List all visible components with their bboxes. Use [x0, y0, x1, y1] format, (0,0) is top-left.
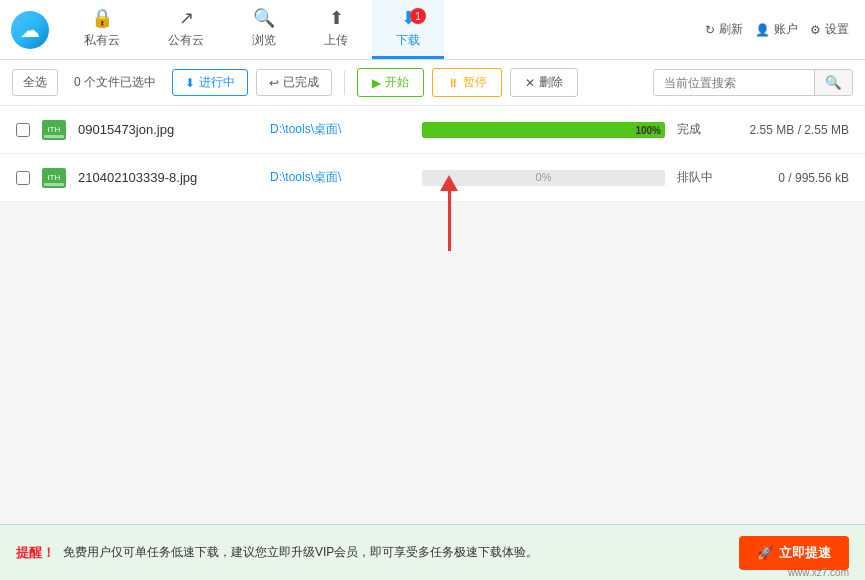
- cloud-icon: ☁: [20, 18, 40, 42]
- search-box: 🔍: [653, 69, 853, 96]
- delete-icon: ✕: [525, 76, 535, 90]
- start-button[interactable]: ▶ 开始: [357, 68, 424, 97]
- banner-warning: 提醒！: [16, 544, 55, 562]
- refresh-button[interactable]: ↻ 刷新: [705, 21, 743, 38]
- nav-tabs: 🔒 私有云 ↗ 公有云 🔍 浏览 ⬆ 上传 ⬇ 1 下载: [60, 0, 689, 59]
- item-path-2[interactable]: D:\tools\桌面\: [270, 169, 410, 186]
- tab-upload-label: 上传: [324, 32, 348, 49]
- table-row: iTH 210402103339-8.jpg D:\tools\桌面\ 0% 排…: [0, 154, 865, 202]
- nav-actions: ↻ 刷新 👤 账户 ⚙ 设置: [689, 0, 865, 59]
- item-name-1: 09015473jon.jpg: [78, 122, 258, 137]
- search-icon: 🔍: [825, 75, 842, 90]
- tab-private-cloud[interactable]: 🔒 私有云: [60, 0, 144, 59]
- delete-label: 删除: [539, 74, 563, 91]
- item-path-1[interactable]: D:\tools\桌面\: [270, 121, 410, 138]
- pause-icon: ⏸: [447, 76, 459, 90]
- pause-label: 暂停: [463, 74, 487, 91]
- filter-in-progress-button[interactable]: ⬇ 进行中: [172, 69, 248, 96]
- tab-browse[interactable]: 🔍 浏览: [228, 0, 300, 59]
- delete-button[interactable]: ✕ 删除: [510, 68, 578, 97]
- item-size-1: 2.55 MB / 2.55 MB: [739, 123, 849, 137]
- item-checkbox-1[interactable]: [16, 123, 30, 137]
- download-list: iTH 09015473jon.jpg D:\tools\桌面\ 100% 完成…: [0, 106, 865, 202]
- app-logo: ☁: [11, 11, 49, 49]
- search-icon: 🔍: [253, 7, 275, 29]
- tab-browse-label: 浏览: [252, 32, 276, 49]
- selected-count: 0 个文件已选中: [66, 74, 164, 91]
- tab-private-cloud-label: 私有云: [84, 32, 120, 49]
- upgrade-button[interactable]: 🚀 立即提速: [739, 536, 849, 570]
- item-status-2: 排队中: [677, 169, 727, 186]
- settings-label: 设置: [825, 21, 849, 38]
- progress-container-1: 100%: [422, 122, 665, 138]
- banner-text: 免费用户仅可单任务低速下载，建议您立即升级VIP会员，即可享受多任务极速下载体验…: [63, 544, 731, 561]
- filter-in-progress-label: 进行中: [199, 74, 235, 91]
- lock-icon: 🔒: [91, 7, 113, 29]
- progress-container-2: 0%: [422, 170, 665, 186]
- start-label: 开始: [385, 74, 409, 91]
- account-icon: 👤: [755, 23, 770, 37]
- file-icon-2: iTH: [42, 168, 66, 188]
- top-nav: ☁ 🔒 私有云 ↗ 公有云 🔍 浏览 ⬆ 上传 ⬇ 1 下载 ↻ 刷新: [0, 0, 865, 60]
- item-size-2: 0 / 995.56 kB: [739, 171, 849, 185]
- tab-upload[interactable]: ⬆ 上传: [300, 0, 372, 59]
- progress-label-2: 0%: [536, 171, 552, 183]
- file-icon-1: iTH: [42, 120, 66, 140]
- logo-area: ☁: [0, 0, 60, 59]
- filter-completed-label: 已完成: [283, 74, 319, 91]
- upgrade-label: 立即提速: [779, 544, 831, 562]
- in-progress-icon: ⬇: [185, 76, 195, 90]
- pause-button[interactable]: ⏸ 暂停: [432, 68, 502, 97]
- rocket-icon: 🚀: [757, 545, 773, 560]
- toolbar-divider: [344, 71, 345, 95]
- refresh-icon: ↻: [705, 23, 715, 37]
- main-area: [0, 202, 865, 432]
- search-button[interactable]: 🔍: [814, 70, 852, 95]
- tab-download[interactable]: ⬇ 1 下载: [372, 0, 444, 59]
- settings-button[interactable]: ⚙ 设置: [810, 21, 849, 38]
- share-icon: ↗: [179, 7, 194, 29]
- tab-public-cloud[interactable]: ↗ 公有云: [144, 0, 228, 59]
- bottom-banner: 提醒！ 免费用户仅可单任务低速下载，建议您立即升级VIP会员，即可享受多任务极速…: [0, 524, 865, 580]
- item-status-1: 完成: [677, 121, 727, 138]
- tab-public-cloud-label: 公有云: [168, 32, 204, 49]
- tab-download-label: 下载: [396, 32, 420, 49]
- select-all-button[interactable]: 全选: [12, 69, 58, 96]
- progress-label-1: 100%: [635, 124, 661, 135]
- refresh-label: 刷新: [719, 21, 743, 38]
- progress-bar-bg-2: 0%: [422, 170, 665, 186]
- gear-icon: ⚙: [810, 23, 821, 37]
- progress-bar-fill-1: 100%: [422, 122, 665, 138]
- filter-completed-button[interactable]: ↩ 已完成: [256, 69, 332, 96]
- completed-icon: ↩: [269, 76, 279, 90]
- account-button[interactable]: 👤 账户: [755, 21, 798, 38]
- toolbar: 全选 0 个文件已选中 ⬇ 进行中 ↩ 已完成 ▶ 开始 ⏸ 暂停 ✕ 删除 🔍: [0, 60, 865, 106]
- table-row: iTH 09015473jon.jpg D:\tools\桌面\ 100% 完成…: [0, 106, 865, 154]
- download-badge: 1: [410, 8, 426, 24]
- play-icon: ▶: [372, 76, 381, 90]
- progress-bar-bg-1: 100%: [422, 122, 665, 138]
- account-label: 账户: [774, 21, 798, 38]
- search-input[interactable]: [654, 71, 814, 95]
- item-name-2: 210402103339-8.jpg: [78, 170, 258, 185]
- item-checkbox-2[interactable]: [16, 171, 30, 185]
- upload-icon: ⬆: [329, 7, 344, 29]
- watermark: www.xz7.com: [788, 567, 849, 578]
